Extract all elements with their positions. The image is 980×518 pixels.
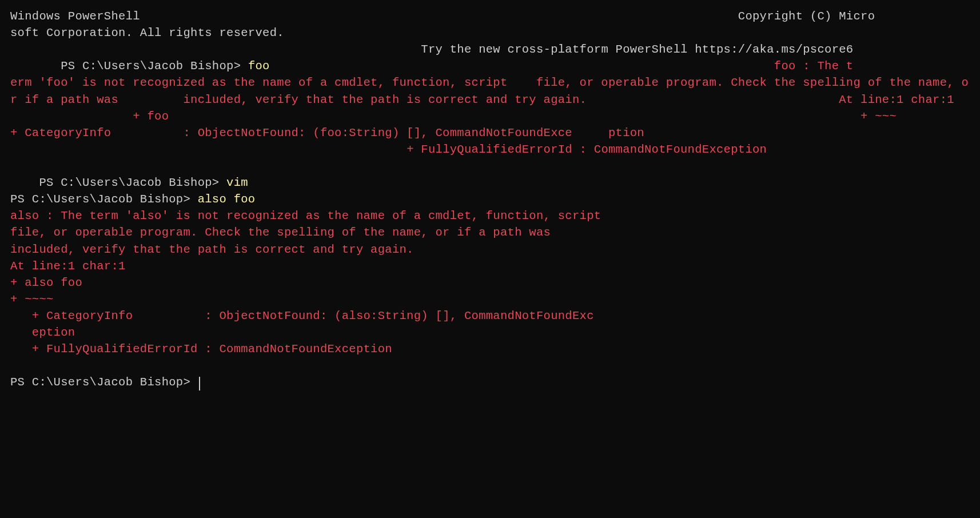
ps-copyright: Copyright (C) Micro <box>738 10 875 23</box>
error-also-line2: file, or operable program. Check the spe… <box>10 226 551 239</box>
indent2 <box>10 176 39 189</box>
text-cursor[interactable] <box>199 377 200 391</box>
error-foo-qualified-id: + FullyQualifiedErrorId : CommandNotFoun… <box>10 143 767 156</box>
error-also-category: + CategoryInfo : ObjectNotFound: (also:S… <box>10 309 594 322</box>
error-also-line5: + also foo <box>10 276 82 289</box>
command-also-foo: also foo <box>198 193 256 206</box>
command-foo: foo <box>248 59 270 73</box>
error-also-line1: also : The term 'also' is not recognized… <box>10 209 601 222</box>
prompt-current: PS C:\Users\Jacob Bishop> <box>10 376 198 389</box>
command-vim: vim <box>226 176 248 189</box>
prompt-2: PS C:\Users\Jacob Bishop> <box>39 176 226 189</box>
terminal-output-area[interactable]: Windows PowerShell Copyright (C) Micro s… <box>10 8 970 391</box>
error-also-line6: + ~~~~ <box>10 293 54 306</box>
prompt-3: PS C:\Users\Jacob Bishop> <box>10 193 198 206</box>
error-also-line4: At line:1 char:1 <box>10 260 126 273</box>
prompt-1: PS C:\Users\Jacob Bishop> <box>61 59 248 73</box>
error-foo-body: erm 'foo' is not recognized as the name … <box>10 76 969 106</box>
ps-copyright-continued: soft Corporation. All rights reserved. <box>10 26 284 39</box>
header-spacing <box>140 10 738 23</box>
try-pscore-message: Try the new cross-platform PowerShell ht… <box>421 43 853 56</box>
indent <box>10 59 61 73</box>
ps-header-title: Windows PowerShell <box>10 10 140 23</box>
try-spacing <box>10 43 421 56</box>
error-foo-category: + foo + ~~~ <box>10 110 980 140</box>
error-spacing <box>270 59 774 73</box>
error-also-qualified-id: + FullyQualifiedErrorId : CommandNotFoun… <box>10 342 392 356</box>
error-foo-start: foo : The t <box>774 59 854 73</box>
error-also-line3: included, verify that the path is correc… <box>10 243 414 256</box>
error-also-category2: eption <box>10 326 75 339</box>
